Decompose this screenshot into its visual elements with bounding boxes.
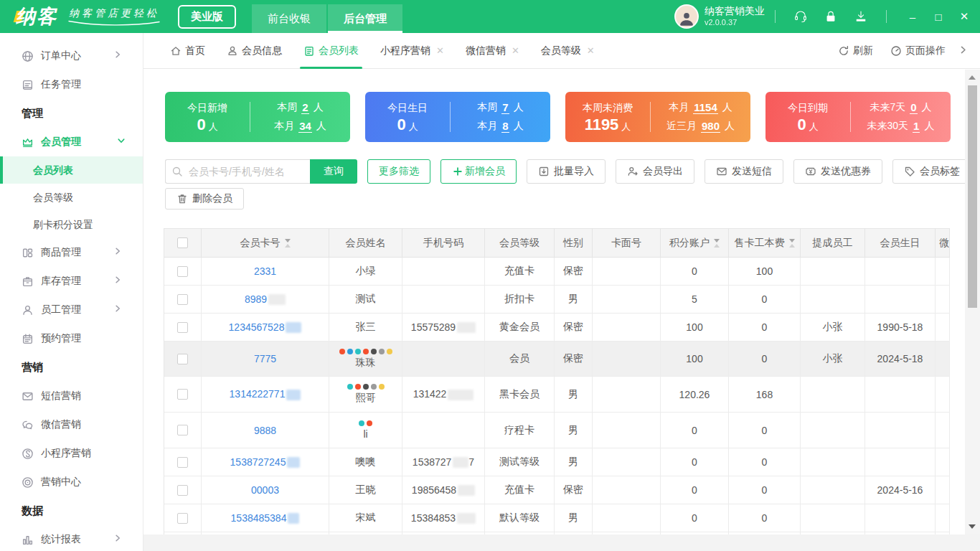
edition-badge[interactable]: 美业版 xyxy=(178,5,236,29)
toolbar-button[interactable]: 发送短信 xyxy=(705,159,783,184)
download-icon[interactable] xyxy=(854,9,868,24)
delete-member-button[interactable]: 删除会员 xyxy=(165,188,244,209)
table-cell: 0 xyxy=(729,342,801,377)
topbar-action-icons xyxy=(786,9,876,24)
member-card-link[interactable]: 00003 xyxy=(251,484,279,496)
add-member-button[interactable]: 新增会员 xyxy=(440,159,517,184)
list-icon xyxy=(303,45,315,57)
row-checkbox[interactable] xyxy=(177,389,188,400)
table-row[interactable]: 2331小绿充值卡保密0100 xyxy=(164,258,950,286)
tab-item[interactable]: 小程序营销✕ xyxy=(369,33,455,69)
table-row[interactable]: 8989测试折扣卡男50 xyxy=(164,286,950,314)
row-checkbox[interactable] xyxy=(177,266,188,277)
sidebar-subitem[interactable]: 会员列表 xyxy=(0,156,143,184)
tab-item[interactable]: 首页 xyxy=(159,33,216,69)
member-card-link[interactable]: 8989 xyxy=(245,293,286,306)
sidebar-item[interactable]: 营销中心 xyxy=(0,468,143,496)
table-row[interactable]: 7775珠珠会员保密1000小张2024-5-18 xyxy=(164,342,950,377)
row-checkbox[interactable] xyxy=(177,354,188,364)
redacted-blur xyxy=(457,322,476,333)
stat-sub-label: 未来30天 xyxy=(867,120,909,133)
sidebar-item[interactable]: 短信营销 xyxy=(0,382,143,410)
table-cell: 0 xyxy=(729,476,801,504)
row-checkbox[interactable] xyxy=(177,457,188,468)
toolbar-button[interactable]: 批量导入 xyxy=(527,159,606,184)
select-all-checkbox[interactable] xyxy=(177,237,188,248)
horizontal-scrollbar-track[interactable] xyxy=(143,534,980,551)
page-operations-button[interactable]: 页面操作 xyxy=(890,44,946,57)
sort-arrows-icon[interactable] xyxy=(714,239,720,248)
sidebar-item[interactable]: 统计报表 xyxy=(0,525,143,551)
tab-item[interactable]: 会员信息 xyxy=(216,33,293,69)
row-checkbox[interactable] xyxy=(177,294,188,305)
table-cell: 折扣卡 xyxy=(485,286,555,314)
sidebar-item[interactable]: 库存管理 xyxy=(0,267,143,296)
sidebar-item[interactable]: 商品管理 xyxy=(0,238,143,267)
close-button[interactable]: ✕ xyxy=(954,10,974,23)
sidebar-item[interactable]: 小程序营销 xyxy=(0,439,143,468)
minimize-button[interactable]: – xyxy=(903,11,923,23)
search-input[interactable] xyxy=(165,159,310,184)
table-cell: 1314222771 xyxy=(202,377,329,413)
service-icon[interactable] xyxy=(793,9,808,24)
column-header: 积分账户 xyxy=(661,229,729,258)
member-card-link[interactable]: 7775 xyxy=(254,353,276,364)
toolbar-button[interactable]: 会员标签 xyxy=(892,159,965,184)
member-card-link[interactable]: 1538727245 xyxy=(230,456,301,468)
sidebar-item[interactable]: 员工管理 xyxy=(0,296,143,324)
lock-icon[interactable] xyxy=(824,9,838,24)
toolbar-button[interactable]: 发送优惠券 xyxy=(793,159,882,184)
vertical-scrollbar[interactable] xyxy=(965,70,980,534)
table-row[interactable]: 1234567528张三15575289黄金会员保密1000小张1990-5-1… xyxy=(164,314,950,342)
tab-item[interactable]: 会员等级✕ xyxy=(530,33,606,69)
sidebar-subitem[interactable]: 会员等级 xyxy=(0,184,143,211)
close-icon[interactable]: ✕ xyxy=(587,45,595,56)
row-checkbox[interactable] xyxy=(177,485,188,496)
exportUser-icon xyxy=(627,166,639,177)
scroll-down-arrow-icon[interactable] xyxy=(969,524,976,529)
table-row[interactable]: 1314222771熙哥131422黑卡会员男120.26168 xyxy=(164,377,950,413)
table-cell: 噢噢 xyxy=(329,448,402,476)
avatar[interactable] xyxy=(674,4,699,29)
sidebar-item[interactable]: 任务管理 xyxy=(0,70,143,99)
sidebar-item[interactable]: 订单中心 xyxy=(0,42,143,70)
sidebar-item[interactable]: 会员管理 xyxy=(0,128,143,156)
tab-item[interactable]: 微信营销✕ xyxy=(455,33,530,69)
toolbar-button[interactable]: 会员导出 xyxy=(616,159,694,184)
close-icon[interactable]: ✕ xyxy=(512,45,519,56)
member-card-link[interactable]: 1538485384 xyxy=(231,512,300,524)
member-card-link[interactable]: 9888 xyxy=(254,425,276,436)
stat-card-label: 今日生日 xyxy=(387,102,428,115)
chevron-right-icon[interactable] xyxy=(958,45,970,57)
sidebar-subitem[interactable]: 刷卡积分设置 xyxy=(0,211,143,238)
member-card-link[interactable]: 1234567528 xyxy=(229,321,302,334)
sidebar-item[interactable]: 预约管理 xyxy=(0,324,143,353)
vertical-scrollbar-thumb[interactable] xyxy=(968,85,977,308)
stat-sub-value: 34 xyxy=(298,120,312,133)
row-checkbox[interactable] xyxy=(177,513,188,524)
stat-card-sub-row: 本月8人 xyxy=(477,120,523,133)
row-checkbox[interactable] xyxy=(177,425,188,435)
row-checkbox[interactable] xyxy=(177,322,188,333)
refresh-button[interactable]: 刷新 xyxy=(838,44,873,57)
table-row[interactable]: 9888li疗程卡男00 xyxy=(164,413,950,448)
topbar-nav-tab[interactable]: 后台管理 xyxy=(328,4,402,33)
table-cell: 充值卡 xyxy=(485,258,555,286)
member-card-link[interactable]: 2331 xyxy=(254,265,276,277)
maximize-button[interactable]: □ xyxy=(928,11,948,23)
table-cell xyxy=(164,258,202,286)
table-row[interactable]: 00003王晓19856458充值卡保密002024-5-16 xyxy=(164,476,950,504)
toolbar-button[interactable]: 更多筛选 xyxy=(367,159,430,184)
sidebar-item[interactable]: 微信营销 xyxy=(0,410,143,439)
close-icon[interactable]: ✕ xyxy=(436,45,444,56)
search-button[interactable]: 查询 xyxy=(310,159,357,184)
tab-active[interactable]: 会员列表 xyxy=(293,33,369,69)
topbar-nav-tab[interactable]: 前台收银 xyxy=(252,4,326,33)
sort-arrows-icon[interactable] xyxy=(285,239,291,248)
sort-arrows-icon[interactable] xyxy=(789,239,795,248)
table-row[interactable]: 1538485384宋斌15384853默认等级男00 xyxy=(164,504,950,532)
scroll-up-arrow-icon[interactable] xyxy=(969,75,976,80)
table-row[interactable]: 1538727245噢噢15387277测试等级男00 xyxy=(164,448,950,476)
member-card-link[interactable]: 1314222771 xyxy=(230,388,301,400)
import-icon xyxy=(538,166,550,177)
